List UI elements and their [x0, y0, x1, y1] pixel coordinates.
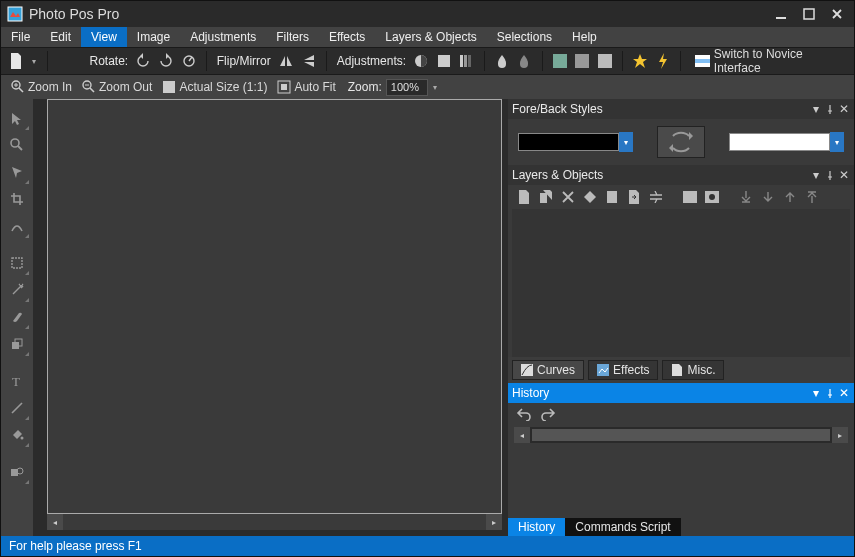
- scroll-left-icon[interactable]: ◂: [514, 427, 530, 443]
- preset2-icon[interactable]: [573, 51, 592, 71]
- layer-down-icon[interactable]: [760, 189, 776, 205]
- menu-view[interactable]: View: [81, 27, 127, 47]
- zoom-tool[interactable]: [4, 132, 30, 158]
- layer-down-end-icon[interactable]: [738, 189, 754, 205]
- scroll-right-icon[interactable]: ▸: [832, 427, 848, 443]
- layer-dup-icon[interactable]: [538, 189, 554, 205]
- redo-icon[interactable]: [540, 407, 556, 421]
- zoom-in-button[interactable]: Zoom In: [7, 80, 76, 94]
- layers-header[interactable]: Layers & Objects ▾ ✕: [508, 165, 854, 185]
- switch-novice-button[interactable]: Switch to Novice Interface: [689, 47, 848, 75]
- maximize-button[interactable]: [802, 7, 816, 21]
- star-icon[interactable]: [631, 51, 650, 71]
- shape-tool[interactable]: [4, 459, 30, 485]
- line-tool[interactable]: [4, 395, 30, 421]
- panel-close-icon[interactable]: ✕: [838, 169, 850, 181]
- panel-close-icon[interactable]: ✕: [838, 387, 850, 399]
- history-scrollbar[interactable]: ◂ ▸: [514, 427, 848, 443]
- backcolor-swatch[interactable]: [729, 132, 844, 152]
- panel-menu-icon[interactable]: ▾: [810, 387, 822, 399]
- layer-up-icon[interactable]: [782, 189, 798, 205]
- svg-rect-10: [575, 54, 589, 68]
- adjust-bc-icon[interactable]: [412, 51, 431, 71]
- rotate-left-icon[interactable]: [134, 51, 153, 71]
- layers-list[interactable]: [512, 209, 850, 357]
- preset1-icon[interactable]: [551, 51, 570, 71]
- panel-pin-icon[interactable]: [824, 169, 836, 181]
- auto-fit-icon: [277, 80, 291, 94]
- panel-close-icon[interactable]: ✕: [838, 103, 850, 115]
- menu-edit[interactable]: Edit: [40, 27, 81, 47]
- brush-tool[interactable]: [4, 304, 30, 330]
- novice-flag-icon: [695, 55, 710, 67]
- zoom-dropdown[interactable]: [430, 78, 440, 96]
- menu-layers[interactable]: Layers & Objects: [375, 27, 486, 47]
- tab-effects[interactable]: Effects: [588, 360, 658, 380]
- adjust-drop1-icon[interactable]: [493, 51, 512, 71]
- history-header[interactable]: History ▾ ✕: [508, 383, 854, 403]
- bolt-icon[interactable]: [654, 51, 673, 71]
- menu-adjustments[interactable]: Adjustments: [180, 27, 266, 47]
- scroll-right-icon[interactable]: ▸: [486, 514, 502, 530]
- layer-export-icon[interactable]: [626, 189, 642, 205]
- foreback-header[interactable]: Fore/Back Styles ▾ ✕: [508, 99, 854, 119]
- menu-help[interactable]: Help: [562, 27, 607, 47]
- rotate-angle-icon[interactable]: [179, 51, 198, 71]
- auto-fit-button[interactable]: Auto Fit: [273, 80, 339, 94]
- scroll-left-icon[interactable]: ◂: [47, 514, 63, 530]
- menu-filters[interactable]: Filters: [266, 27, 319, 47]
- layer-fx-icon[interactable]: [682, 189, 698, 205]
- move-tool[interactable]: [4, 105, 30, 131]
- new-file-dropdown[interactable]: [30, 52, 39, 70]
- panel-menu-icon[interactable]: ▾: [810, 169, 822, 181]
- backcolor-dropdown[interactable]: [830, 132, 844, 152]
- forecolor-dropdown[interactable]: [619, 132, 633, 152]
- actual-size-button[interactable]: Actual Size (1:1): [158, 80, 271, 94]
- menu-file[interactable]: File: [1, 27, 40, 47]
- history-tab-commands[interactable]: Commands Script: [565, 518, 680, 536]
- canvas[interactable]: [47, 99, 502, 514]
- rotate-right-icon[interactable]: [157, 51, 176, 71]
- zoom-out-button[interactable]: Zoom Out: [78, 80, 156, 94]
- layer-diamond-icon[interactable]: [582, 189, 598, 205]
- layer-paste-icon[interactable]: [604, 189, 620, 205]
- tab-curves[interactable]: Curves: [512, 360, 584, 380]
- menu-image[interactable]: Image: [127, 27, 180, 47]
- layer-mask-icon[interactable]: [704, 189, 720, 205]
- wand-tool[interactable]: [4, 277, 30, 303]
- adjust-histogram-icon[interactable]: [435, 51, 454, 71]
- panel-pin-icon[interactable]: [824, 103, 836, 115]
- preset3-icon[interactable]: [596, 51, 615, 71]
- minimize-button[interactable]: [774, 7, 788, 21]
- new-file-icon[interactable]: [7, 51, 26, 71]
- menu-selections[interactable]: Selections: [487, 27, 562, 47]
- marquee-tool[interactable]: [4, 250, 30, 276]
- selection-tool[interactable]: [4, 159, 30, 185]
- clone-tool[interactable]: [4, 331, 30, 357]
- flip-v-icon[interactable]: [299, 51, 318, 71]
- tab-misc[interactable]: Misc.: [662, 360, 724, 380]
- zoom-value-input[interactable]: 100%: [386, 79, 428, 96]
- layer-merge-icon[interactable]: [648, 189, 664, 205]
- forecolor-swatch[interactable]: [518, 132, 633, 152]
- path-tool[interactable]: [4, 213, 30, 239]
- panel-menu-icon[interactable]: ▾: [810, 103, 822, 115]
- text-tool[interactable]: T: [4, 368, 30, 394]
- swap-colors-button[interactable]: [657, 126, 705, 158]
- menu-effects[interactable]: Effects: [319, 27, 375, 47]
- close-button[interactable]: [830, 7, 844, 21]
- svg-rect-0: [8, 7, 22, 21]
- history-tab-history[interactable]: History: [508, 518, 565, 536]
- bucket-tool[interactable]: [4, 422, 30, 448]
- undo-icon[interactable]: [516, 407, 532, 421]
- crop-tool[interactable]: [4, 186, 30, 212]
- adjust-levels-icon[interactable]: [457, 51, 476, 71]
- app-logo-icon: [7, 6, 23, 22]
- adjust-drop2-icon[interactable]: [515, 51, 534, 71]
- layer-up-end-icon[interactable]: [804, 189, 820, 205]
- layer-new-icon[interactable]: [516, 189, 532, 205]
- panel-pin-icon[interactable]: [824, 387, 836, 399]
- canvas-scrollbar[interactable]: ◂ ▸: [47, 514, 502, 530]
- layer-delete-icon[interactable]: [560, 189, 576, 205]
- flip-h-icon[interactable]: [277, 51, 296, 71]
